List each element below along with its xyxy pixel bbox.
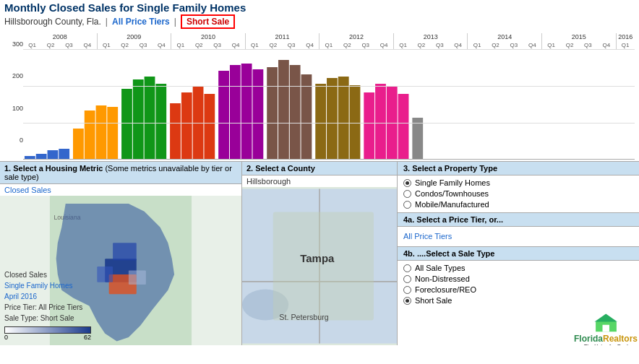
panel-right: 3. Select a Property Type Single Family …	[398, 162, 639, 345]
scale-max: 62	[84, 334, 91, 341]
year-labels: 2008 2009 2010 2011 2012 2013 2014 2015 …	[23, 33, 635, 42]
svg-rect-24	[315, 84, 326, 160]
svg-rect-7	[107, 107, 118, 160]
radio-dot-short-sale	[403, 297, 411, 305]
radio-dot-mobile	[403, 201, 411, 209]
svg-rect-32	[412, 118, 423, 160]
svg-rect-9	[133, 79, 144, 160]
price-tier-value[interactable]: All Price Tiers	[403, 230, 633, 243]
svg-rect-11	[155, 84, 166, 160]
y-axis: 300 200 100 0	[4, 40, 23, 144]
hillsborough-map: Tampa St. Petersburg	[242, 187, 397, 345]
panel-price-title: 4a. Select a Price Tier, or...	[403, 215, 503, 224]
svg-rect-27	[350, 85, 361, 160]
county-label: Hillsborough County, Fla.	[4, 17, 101, 27]
svg-rect-1	[36, 154, 47, 160]
radio-label-foreclosure: Foreclosure/REO	[415, 285, 476, 294]
svg-text:St. Petersburg: St. Petersburg	[279, 313, 328, 321]
svg-rect-50	[602, 325, 609, 332]
svg-rect-6	[96, 105, 107, 160]
radio-short-sale[interactable]: Short Sale	[403, 296, 633, 305]
radio-label-short-sale: Short Sale	[415, 296, 452, 305]
panel-property-title: 3. Select a Property Type	[403, 164, 497, 173]
subtitle-bar: Hillsborough County, Fla. | All Price Ti…	[4, 14, 635, 29]
radio-single-family[interactable]: Single Family Homes	[403, 178, 633, 187]
page-title: Monthly Closed Sales for Single Family H…	[4, 1, 635, 14]
county-value[interactable]: Hillsborough	[242, 176, 397, 187]
radio-label-non-distressed: Non-Distressed	[415, 274, 470, 283]
radio-foreclosure[interactable]: Foreclosure/REO	[403, 285, 633, 294]
radio-non-distressed[interactable]: Non-Distressed	[403, 274, 633, 283]
scale-labels: 0 62	[4, 334, 91, 341]
svg-marker-49	[594, 314, 617, 322]
map-info-line2: Single Family Homes	[4, 280, 82, 291]
bar-chart	[23, 49, 635, 160]
panel-sale-title: 4b. ....Select a Sale Type	[403, 249, 494, 258]
map-info-line4: Price Tier: All Price Tiers	[4, 302, 82, 313]
radio-label-all-sales: All Sale Types	[415, 264, 466, 272]
svg-rect-2	[48, 150, 59, 160]
svg-rect-10	[145, 77, 155, 160]
svg-rect-39	[97, 266, 113, 282]
bottom-panels: 1. Select a Housing Metric (Some metrics…	[0, 161, 639, 345]
svg-rect-38	[113, 243, 137, 260]
bars-svg	[23, 49, 635, 160]
svg-rect-30	[387, 87, 398, 160]
svg-rect-29	[375, 84, 386, 160]
map-scale: 0 62	[4, 326, 237, 341]
svg-rect-40	[129, 271, 146, 285]
panel-county-title: 2. Select a County	[246, 164, 315, 173]
logo-svg	[579, 313, 633, 334]
panel-property-type: 3. Select a Property Type Single Family …	[398, 162, 639, 213]
panel-county: 2. Select a County Hillsborough Tampa St…	[242, 162, 398, 345]
svg-rect-13	[181, 92, 192, 160]
svg-rect-23	[301, 74, 312, 160]
svg-rect-25	[327, 78, 338, 160]
radio-dot-condos	[403, 190, 411, 198]
svg-rect-18	[241, 64, 252, 160]
panel-metric-title: 1. Select a Housing Metric	[4, 164, 103, 173]
radio-condos[interactable]: Condos/Townhouses	[403, 189, 633, 198]
short-sale-badge[interactable]: Short Sale	[181, 14, 235, 29]
logo-text: FloridaRealtors The Voice for Real Estat…	[574, 334, 638, 345]
map-info-line5: Sale Type: Short Sale	[4, 313, 82, 324]
map-info-line1: Closed Sales	[4, 269, 82, 280]
panel-sale-type: 4b. ....Select a Sale Type All Sale Type…	[398, 247, 639, 308]
panel-metric-header: 1. Select a Housing Metric (Some metrics…	[0, 162, 241, 184]
logo-tagline: The Voice for Real Estate® in Florida	[574, 344, 638, 345]
svg-rect-12	[170, 103, 181, 160]
radio-all-sales[interactable]: All Sale Types	[403, 264, 633, 272]
florida-realtors-logo: FloridaRealtors The Voice for Real Estat…	[577, 313, 635, 345]
radio-mobile[interactable]: Mobile/Manufactured	[403, 200, 633, 209]
panel-price-header: 4a. Select a Price Tier, or...	[398, 213, 639, 227]
svg-rect-45	[273, 212, 374, 321]
metric-value[interactable]: Closed Sales	[0, 184, 241, 196]
svg-rect-15	[204, 94, 215, 160]
svg-rect-26	[338, 77, 349, 160]
hillsborough-svg: Tampa St. Petersburg	[242, 187, 397, 345]
svg-rect-14	[193, 87, 204, 160]
radio-label-single-family: Single Family Homes	[415, 178, 490, 187]
radio-dot-non-distressed	[403, 275, 411, 283]
florida-map-area: Louisiana Closed Sales Single Family Hom…	[0, 196, 241, 345]
panel-sale-header: 4b. ....Select a Sale Type	[398, 247, 639, 261]
svg-rect-8	[121, 89, 132, 160]
florida-map-container: Louisiana Closed Sales Single Family Hom…	[0, 196, 241, 345]
svg-text:Tampa: Tampa	[300, 252, 335, 264]
page-header: Monthly Closed Sales for Single Family H…	[0, 0, 639, 29]
property-type-group: Single Family Homes Condos/Townhouses Mo…	[403, 178, 633, 209]
panel-property-header: 3. Select a Property Type	[398, 162, 639, 176]
panel-county-header: 2. Select a County	[242, 162, 397, 176]
price-tiers-link[interactable]: All Price Tiers	[112, 17, 170, 27]
map-info: Closed Sales Single Family Homes April 2…	[4, 269, 82, 324]
svg-rect-5	[85, 110, 95, 160]
sale-type-group: All Sale Types Non-Distressed Foreclosur…	[403, 264, 633, 305]
svg-rect-22	[290, 65, 301, 160]
svg-rect-16	[218, 71, 229, 160]
scale-min: 0	[4, 334, 8, 341]
svg-rect-4	[73, 129, 84, 160]
map-info-line3: April 2016	[4, 291, 82, 302]
svg-rect-20	[267, 67, 278, 160]
svg-rect-3	[59, 149, 69, 160]
quarter-labels: Q1Q2Q3Q4 Q1Q2Q3Q4 Q1Q2Q3Q4 Q1Q2Q3Q4 Q1Q2…	[23, 42, 635, 49]
